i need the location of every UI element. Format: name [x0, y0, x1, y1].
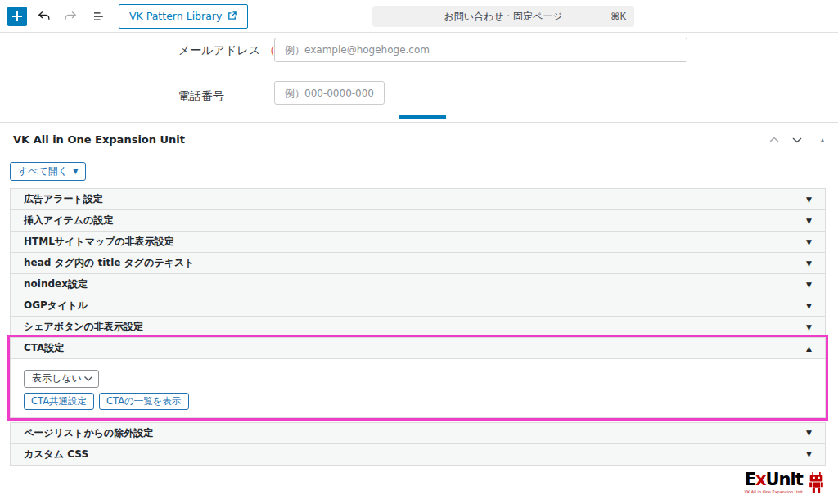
plus-icon: [11, 11, 23, 22]
caret-down-icon: ▼: [806, 429, 812, 437]
open-all-button[interactable]: すべて開く ▼: [10, 162, 86, 181]
logo-part-unit: Unit: [766, 470, 803, 489]
toggle-panel-button[interactable]: ▲: [812, 133, 828, 147]
open-all-label: すべて開く: [18, 164, 68, 178]
document-title: お問い合わせ · 固定ページ: [444, 10, 562, 24]
redo-icon: [62, 8, 79, 25]
section-share-buttons[interactable]: シェアボタンの非表示設定 ▼: [10, 316, 826, 338]
section-label: CTA設定: [24, 341, 64, 355]
section-label: シェアボタンの非表示設定: [24, 320, 143, 334]
caret-down-icon: ▼: [806, 323, 812, 331]
section-label: HTMLサイトマップの非表示設定: [24, 235, 174, 249]
caret-down-icon: ▼: [806, 302, 812, 310]
cta-content: 表示しない CTA共通設定 CTAの一覧を表示: [10, 359, 826, 418]
section-label: 広告アラート設定: [24, 192, 103, 206]
caret-down-icon: ▼: [806, 450, 812, 458]
caret-down-icon: ▼: [806, 196, 812, 204]
caret-up-icon: ▲: [819, 137, 826, 144]
caret-up-icon: ▲: [806, 344, 812, 353]
section-label: 挿入アイテムの設定: [24, 214, 113, 227]
chevron-up-icon: [768, 136, 780, 144]
metabox-title: VK All in One Expansion Unit: [13, 133, 185, 146]
logo-part-e: E: [745, 470, 755, 489]
exunit-metabox: VK All in One Expansion Unit ▲ すべて開く ▼ 広…: [0, 123, 838, 504]
cta-show-list-button[interactable]: CTAの一覧を表示: [99, 393, 189, 410]
phone-field-label: 電話番号: [178, 89, 224, 104]
logo-tagline: VK All in One Expansion Unit: [744, 489, 803, 494]
section-label: カスタム CSS: [24, 448, 88, 461]
section-ogp-title[interactable]: OGPタイトル ▼: [10, 295, 826, 317]
exunit-logo-text: ExUnit VK All in One Expansion Unit: [744, 471, 803, 494]
section-label: noindex設定: [24, 277, 88, 291]
caret-down-icon: ▼: [73, 168, 78, 175]
section-page-list-exclude[interactable]: ページリストからの除外設定 ▼: [10, 422, 826, 444]
redo-button[interactable]: [58, 4, 83, 29]
block-inserter-button[interactable]: [7, 7, 27, 26]
list-view-icon: [90, 8, 106, 25]
section-label: head タグ内の title タグのテキスト: [24, 256, 195, 270]
logo-part-x: x: [755, 470, 766, 489]
metabox-controls: ▲: [766, 133, 828, 147]
list-view-button[interactable]: [86, 4, 110, 29]
section-label: OGPタイトル: [24, 299, 88, 313]
chevron-down-icon: [791, 136, 803, 144]
phone-input[interactable]: [274, 81, 385, 105]
caret-down-icon: ▼: [806, 259, 812, 268]
vk-pattern-library-button[interactable]: VK Pattern Library: [119, 4, 248, 29]
accordion-list: 広告アラート設定 ▼ 挿入アイテムの設定 ▼ HTMLサイトマップの非表示設定 …: [10, 188, 826, 466]
section-insert-items[interactable]: 挿入アイテムの設定 ▼: [10, 209, 826, 232]
email-label-text: メールアドレス: [178, 43, 260, 56]
cta-buttons-row: CTA共通設定 CTAの一覧を表示: [24, 393, 812, 410]
section-title-tag[interactable]: head タグ内の title タグのテキスト ▼: [10, 252, 826, 274]
caret-down-icon: ▼: [806, 281, 812, 289]
editor-toolbar: VK Pattern Library お問い合わせ · 固定ページ ⌘K: [0, 0, 838, 33]
command-palette-shortcut: ⌘K: [610, 11, 626, 22]
exunit-logo: ExUnit VK All in One Expansion Unit: [744, 471, 827, 494]
caret-down-icon: ▼: [806, 238, 812, 246]
phone-label-text: 電話番号: [178, 89, 224, 102]
section-label: ページリストからの除外設定: [24, 426, 153, 440]
undo-icon: [36, 8, 52, 25]
block-insertion-indicator: [399, 115, 446, 119]
robot-icon: [806, 472, 827, 493]
section-custom-css[interactable]: カスタム CSS ▼: [10, 443, 826, 466]
cta-section-highlighted: CTA設定 ▲ 表示しない CTA共通設定 CTAの一覧を表示: [10, 337, 826, 418]
undo-button[interactable]: [32, 4, 56, 29]
cta-display-select[interactable]: 表示しない: [24, 370, 99, 388]
cta-common-settings-button[interactable]: CTA共通設定: [24, 393, 94, 410]
external-link-icon: [227, 11, 237, 21]
section-cta-header[interactable]: CTA設定 ▲: [10, 337, 826, 359]
email-input[interactable]: [274, 38, 687, 62]
section-html-sitemap[interactable]: HTMLサイトマップの非表示設定 ▼: [10, 231, 826, 253]
move-up-button[interactable]: [766, 133, 782, 147]
move-down-button[interactable]: [789, 133, 805, 147]
section-noindex[interactable]: noindex設定 ▼: [10, 273, 826, 295]
cta-select-value: 表示しない: [32, 371, 82, 385]
document-bar[interactable]: お問い合わせ · 固定ページ ⌘K: [372, 6, 634, 27]
chevron-down-icon: [83, 376, 93, 382]
section-ad-alert[interactable]: 広告アラート設定 ▼: [10, 188, 826, 210]
editor-canvas: メールアドレス （必須） 電話番号: [0, 33, 838, 123]
wordpress-editor-screen: VK Pattern Library お問い合わせ · 固定ページ ⌘K メール…: [0, 0, 838, 504]
caret-down-icon: ▼: [806, 217, 812, 225]
vk-pattern-library-label: VK Pattern Library: [129, 10, 222, 22]
